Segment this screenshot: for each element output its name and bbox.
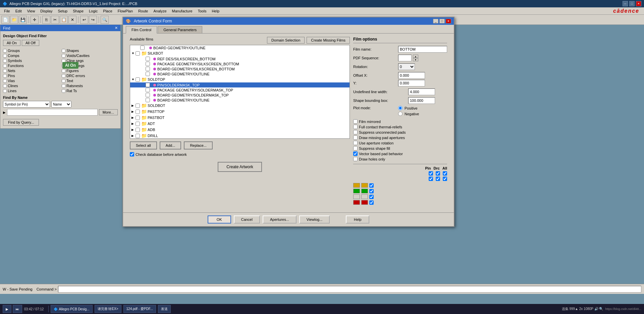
cb-vias[interactable] xyxy=(3,79,7,83)
rotation-select[interactable]: 0 90 180 270 xyxy=(398,63,415,70)
taskbar-item-3[interactable]: 发送 xyxy=(158,305,171,313)
name-type-select[interactable]: Symbol (or Pin) xyxy=(3,101,50,108)
tree-cb[interactable] xyxy=(146,98,150,102)
cb-suppress-unconnected[interactable] xyxy=(353,130,358,134)
cb-draw-missing[interactable] xyxy=(353,135,358,140)
ok-btn[interactable]: OK xyxy=(208,215,231,224)
toolbar-new[interactable]: 📄 xyxy=(1,16,9,24)
swatch-cb-4[interactable] xyxy=(369,200,374,205)
toolbar-open[interactable]: 📁 xyxy=(10,16,18,24)
more-btn[interactable]: More... xyxy=(99,109,118,115)
cb-clines[interactable] xyxy=(3,84,7,88)
name-match-select[interactable]: Name xyxy=(51,101,71,108)
tree-cb[interactable] xyxy=(146,62,150,66)
pda-cb-pin-1[interactable] xyxy=(429,171,433,176)
swatch-4a[interactable] xyxy=(353,200,360,205)
menu-place[interactable]: Place xyxy=(100,8,115,14)
tree-item[interactable]: ▶ 📁 ADT xyxy=(130,121,350,127)
tree-item[interactable]: ▼ 📁 SILKBOT xyxy=(130,50,350,56)
tree-cb[interactable] xyxy=(140,46,145,50)
menu-route[interactable]: Route xyxy=(136,8,151,14)
tree-item[interactable]: BOARD GEOMETRY/SILKSCREEN_BOTTOM xyxy=(130,66,350,71)
swatch-2a[interactable] xyxy=(353,189,360,193)
cb-drc[interactable] xyxy=(62,74,65,78)
tree-cb[interactable] xyxy=(136,77,140,82)
menu-view[interactable]: View xyxy=(24,8,38,14)
tab-film-control[interactable]: Film Control xyxy=(126,26,157,34)
select-all-btn[interactable]: Select all xyxy=(130,141,157,149)
menu-help[interactable]: Help xyxy=(209,8,222,14)
cb-use-aperture[interactable] xyxy=(353,141,358,145)
tab-general-params[interactable]: General Parameters xyxy=(158,26,202,33)
name-search-input[interactable] xyxy=(7,109,98,116)
toolbar-copy[interactable]: ⎘ xyxy=(42,16,50,24)
cb-groups[interactable] xyxy=(3,49,7,53)
swatch-1b[interactable] xyxy=(361,183,368,188)
plot-positive-radio[interactable] xyxy=(398,106,402,110)
tree-item[interactable]: PACKAGE GEOMETRY/SILKSCREEN_BOTTOM xyxy=(130,61,350,66)
taskbar-allegro[interactable]: 🔷 Allegro PCB Desig... xyxy=(51,305,92,313)
tree-cb[interactable] xyxy=(136,116,140,120)
next-btn[interactable]: ⏭ xyxy=(13,305,22,313)
cb-film-mirrored[interactable] xyxy=(353,119,358,124)
cb-figures[interactable] xyxy=(62,69,65,73)
menu-manufacture[interactable]: Manufacture xyxy=(169,8,195,14)
tree-cb[interactable] xyxy=(136,134,140,138)
menu-setup[interactable]: Setup xyxy=(55,8,70,14)
cb-shapes[interactable] xyxy=(62,49,65,53)
offset-y-input[interactable] xyxy=(398,80,425,86)
swatch-3b[interactable] xyxy=(361,194,368,199)
menu-flowplan[interactable]: FlowPlan xyxy=(115,8,136,14)
toolbar-zoom-in[interactable]: 🔍 xyxy=(101,16,109,24)
help-btn[interactable]: Help xyxy=(346,215,369,224)
play-btn[interactable]: ▶ xyxy=(3,305,11,313)
menu-file[interactable]: File xyxy=(1,8,13,14)
cb-nets[interactable] xyxy=(3,69,7,73)
menu-display[interactable]: Display xyxy=(38,8,55,14)
swatch-3a[interactable] xyxy=(353,194,360,199)
tree-cb[interactable] xyxy=(136,110,140,114)
tree-item[interactable]: ▶ 📁 PASTTOP xyxy=(130,109,350,115)
tree-cb[interactable] xyxy=(146,67,150,71)
all-off-btn[interactable]: All Off xyxy=(22,40,39,46)
close-btn[interactable]: ✕ xyxy=(636,1,641,6)
tree-cb[interactable] xyxy=(136,51,140,56)
film-name-value[interactable]: BOTTOM xyxy=(398,46,447,53)
toolbar-cut[interactable]: ✂ xyxy=(51,16,59,24)
toolbar-undo[interactable]: ↩ xyxy=(80,16,88,24)
menu-shape[interactable]: Shape xyxy=(70,8,86,14)
create-missing-films-btn[interactable]: Create Missing Films xyxy=(307,37,350,44)
pda-cb-pin-2[interactable] xyxy=(429,177,433,181)
cb-voids[interactable] xyxy=(62,54,65,58)
swatch-cb-1[interactable] xyxy=(369,183,374,188)
create-artwork-btn[interactable]: Create Artwork xyxy=(218,162,262,172)
toolbar-select[interactable]: ✛ xyxy=(31,16,39,24)
swatch-4b[interactable] xyxy=(361,200,368,205)
find-panel-close[interactable]: ✕ xyxy=(115,26,118,30)
pda-cb-drc-2[interactable] xyxy=(436,177,440,181)
tree-cb[interactable] xyxy=(146,83,150,87)
tree-item[interactable]: ▶ 📁 PASTBOT xyxy=(130,115,350,121)
cb-symbols[interactable] xyxy=(3,59,7,63)
tree-cb[interactable] xyxy=(146,57,150,61)
pda-cb-all-2[interactable] xyxy=(443,177,447,181)
tree-item[interactable]: ▶ 📁 SOLDBOT xyxy=(130,103,350,109)
cb-functions[interactable] xyxy=(3,64,7,68)
taskbar-item-2[interactable]: 124.pdf - 爱PDF... xyxy=(123,305,156,313)
menu-analyze[interactable]: Analyze xyxy=(151,8,169,14)
tree-cb[interactable] xyxy=(146,72,150,76)
all-on-btn[interactable]: All On xyxy=(3,40,20,46)
tree-item[interactable]: PACKAGE GEOMETRY/SOLDERMASK_TOP xyxy=(130,87,350,92)
undef-line-input[interactable] xyxy=(408,88,435,95)
cb-pins[interactable] xyxy=(3,74,7,78)
toolbar-redo[interactable]: ↪ xyxy=(89,16,97,24)
maximize-btn[interactable]: □ xyxy=(629,1,635,6)
plot-negative-radio[interactable] xyxy=(398,112,402,116)
menu-tools[interactable]: Tools xyxy=(195,8,209,14)
tree-item[interactable]: BOARD GEOMETRY/OUTLINE xyxy=(130,71,350,76)
tree-cb[interactable] xyxy=(146,88,150,92)
cb-suppress-shape[interactable] xyxy=(353,146,358,150)
taskbar-item-1[interactable]: 请完善 转EX> xyxy=(95,305,121,313)
toolbar-paste[interactable]: 📋 xyxy=(60,16,68,24)
swatch-cb-3[interactable] xyxy=(369,195,374,199)
